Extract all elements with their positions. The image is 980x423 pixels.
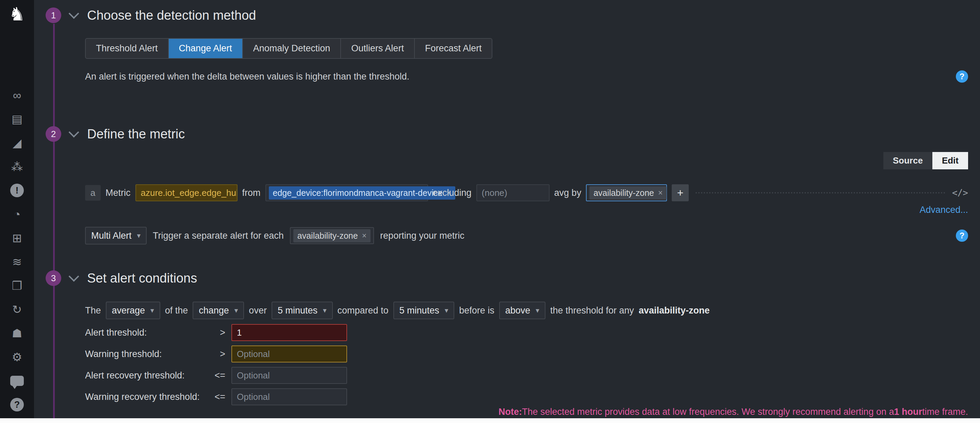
section-title-metric: Define the metric [87, 127, 185, 141]
note-text: The selected metric provides data at low… [522, 407, 894, 417]
note-text-end: time frame. [922, 407, 968, 417]
alert-recovery-threshold-input[interactable] [231, 367, 347, 384]
synthetics-icon[interactable]: ↻ [0, 298, 34, 321]
monitors-icon[interactable]: ! [0, 179, 34, 202]
metrics-icon[interactable]: ◢ [0, 131, 34, 155]
multi-alert-row: Multi Alert ▾ Trigger a separate alert f… [85, 227, 968, 244]
chevron-down-icon: ▾ [234, 306, 238, 315]
source-tab[interactable]: Source [883, 152, 932, 170]
from-scope-input[interactable]: edge_device:florimondmanca-vagrant-devic… [266, 184, 428, 201]
aggregation-value: average [112, 305, 145, 316]
chat-icon[interactable] [0, 369, 34, 393]
remove-tag-icon[interactable]: × [658, 189, 662, 198]
dashboards-icon[interactable]: ▤ [0, 107, 34, 131]
warning-threshold-input[interactable] [231, 345, 347, 363]
chevron-down-icon[interactable] [68, 271, 79, 282]
sentence-word: before is [459, 305, 495, 316]
remove-tag-icon[interactable]: × [362, 231, 366, 241]
tab-anomaly-detection[interactable]: Anomaly Detection [242, 39, 340, 58]
source-edit-switch: Source Edit [85, 152, 968, 170]
chevron-down-icon[interactable] [68, 127, 79, 137]
from-tag-pill[interactable]: edge_device:florimondmanca-vagrant-devic… [269, 186, 455, 200]
section-conditions-header: 3 Set alert conditions [34, 270, 968, 286]
watchdog-icon[interactable]: ∞ [0, 83, 34, 107]
monitor-create-page: ♞ ∞ ▤ ◢ ⁂ ! ◔ ⊞ ≋ ❐ ↻ ☗ ⚙ ? 1 Choose the… [0, 0, 980, 423]
datadog-logo[interactable]: ♞ [9, 3, 25, 24]
aggregation-dropdown[interactable]: average ▾ [106, 302, 160, 319]
integrations-icon[interactable]: ⊞ [0, 226, 34, 250]
sidebar: ♞ ∞ ▤ ◢ ⁂ ! ◔ ⊞ ≋ ❐ ↻ ☗ ⚙ ? [0, 0, 34, 423]
multi-alert-tag-input[interactable]: availability-zone × [290, 227, 374, 244]
chevron-down-icon[interactable] [68, 8, 79, 19]
note-timeframe: 1 hour [894, 407, 922, 417]
change-type-value: change [199, 305, 229, 316]
main-content: 1 Choose the detection method Threshold … [34, 0, 980, 423]
advanced-link[interactable]: Advanced... [920, 205, 968, 215]
add-query-button[interactable]: + [672, 184, 689, 201]
compare-window-dropdown[interactable]: 5 minutes ▾ [393, 302, 455, 319]
multi-alert-tag-pill[interactable]: availability-zone × [293, 229, 371, 242]
detection-method-tabs: Threshold Alert Change Alert Anomaly Det… [85, 38, 492, 59]
chevron-down-icon: ▾ [150, 306, 154, 315]
multi-alert-tag-label: availability-zone [298, 231, 358, 241]
help-icon[interactable]: ? [956, 230, 968, 242]
multi-alert-text-before: Trigger a separate alert for each [153, 231, 284, 241]
settings-icon[interactable]: ⚙ [0, 345, 34, 369]
help-icon[interactable]: ? [956, 70, 968, 82]
step-3-badge: 3 [46, 270, 61, 286]
chevron-down-icon: ▾ [137, 231, 141, 240]
time-window-dropdown[interactable]: 5 minutes ▾ [272, 302, 333, 319]
from-tag-label: edge_device:florimondmanca-vagrant-devic… [273, 188, 443, 198]
change-type-dropdown[interactable]: change ▾ [192, 302, 244, 319]
edit-tab[interactable]: Edit [932, 152, 968, 170]
avg-by-tag-label: availability-zone [593, 188, 654, 198]
metric-name-input[interactable]: azure.iot_edge.edge_hub.client_c... [135, 184, 237, 201]
section-title-detection: Choose the detection method [87, 8, 256, 23]
alert-type-value: Multi Alert [91, 231, 132, 241]
step-timeline [53, 24, 55, 418]
question-icon: ? [10, 398, 24, 412]
tab-outliers-alert[interactable]: Outliers Alert [340, 39, 414, 58]
direction-dropdown[interactable]: above ▾ [499, 302, 546, 319]
alert-conditions-sentence: The average ▾ of the change ▾ over 5 min… [85, 302, 968, 319]
alert-type-dropdown[interactable]: Multi Alert ▾ [85, 227, 147, 244]
excluding-input[interactable] [476, 184, 550, 201]
chevron-down-icon: ▾ [445, 306, 449, 315]
bottom-strip [0, 418, 980, 423]
alert-threshold-input[interactable] [231, 324, 347, 341]
detection-description: An alert is triggered when the delta bet… [85, 71, 409, 82]
time-window-value: 5 minutes [278, 305, 318, 316]
apm-icon[interactable]: ◔ [0, 202, 34, 226]
sentence-word: The [85, 305, 101, 316]
sentence-word: the threshold for any [550, 305, 634, 316]
avg-by-label: avg by [554, 188, 582, 198]
query-letter-button[interactable]: a [85, 185, 101, 201]
chat-bubble-icon [10, 376, 24, 386]
alert-threshold-operator: > [211, 328, 231, 338]
warning-recovery-threshold-input[interactable] [231, 388, 347, 405]
alert-threshold-label: Alert threshold: [85, 328, 211, 338]
frequency-note: Note: The selected metric provides data … [85, 407, 968, 417]
logs-icon[interactable]: ❐ [0, 274, 34, 298]
alert-recovery-threshold-operator: <= [211, 370, 231, 381]
thresholds: Alert threshold: > Warning threshold: > … [85, 324, 968, 405]
avg-by-tag-pill[interactable]: availability-zone × [589, 186, 667, 200]
warning-recovery-threshold-label: Warning recovery threshold: [85, 392, 211, 402]
security-icon[interactable]: ☗ [0, 321, 34, 345]
pipelines-icon[interactable]: ≋ [0, 250, 34, 274]
warning-threshold-label: Warning threshold: [85, 349, 211, 360]
sentence-word: compared to [337, 305, 388, 316]
warning-recovery-threshold-operator: <= [211, 392, 231, 402]
avg-by-input[interactable]: availability-zone × [586, 184, 667, 201]
infrastructure-icon[interactable]: ⁂ [0, 155, 34, 179]
tab-threshold-alert[interactable]: Threshold Alert [86, 39, 168, 58]
warning-threshold-operator: > [211, 349, 231, 360]
tab-forecast-alert[interactable]: Forecast Alert [414, 39, 492, 58]
help-nav-icon[interactable]: ? [0, 393, 34, 417]
multi-alert-text-after: reporting your metric [380, 231, 465, 241]
tab-change-alert[interactable]: Change Alert [168, 39, 242, 58]
exclamation-icon: ! [10, 184, 24, 197]
code-view-icon[interactable]: </> [952, 188, 968, 198]
chevron-down-icon: ▾ [536, 306, 539, 315]
sentence-word: over [249, 305, 267, 316]
